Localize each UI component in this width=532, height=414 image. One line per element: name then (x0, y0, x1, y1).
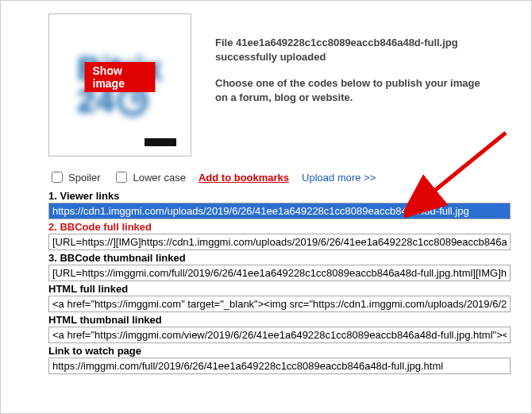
upload-instructions: Choose one of the codes below to publish… (215, 76, 485, 104)
viewer-links-label: 1. Viewer links (48, 190, 511, 202)
watch-page-label: Link to watch page (48, 345, 511, 357)
show-image-button[interactable]: Show image (85, 62, 156, 92)
html-thumb-input[interactable] (48, 327, 511, 343)
bbcode-full-label: 2. BBCode full linked (48, 221, 511, 233)
page-frame: Bitrix 24 Show image File 41ee1a649228c1… (0, 0, 532, 414)
spoiler-label: Spoiler (68, 172, 100, 184)
html-full-label: HTML full linked (48, 283, 511, 295)
bbcode-thumb-label: 3. BBCode thumbnail linked (48, 252, 511, 264)
viewer-links-input[interactable] (48, 203, 511, 219)
bbcode-full-input[interactable] (48, 234, 511, 250)
links-section: 1. Viewer links 2. BBCode full linked 3.… (48, 190, 511, 374)
lowercase-checkbox[interactable] (116, 172, 127, 183)
uploaded-filename: 41ee1a649228c1cc8089eaccb846a48d-full.jp… (236, 37, 458, 48)
html-full-input[interactable] (48, 296, 511, 312)
spoiler-checkbox[interactable] (52, 172, 63, 183)
upload-success-line: File 41ee1a649228c1cc8089eaccb846a48d-fu… (215, 36, 485, 64)
redacted-bar (145, 138, 176, 146)
upload-info: File 41ee1a649228c1cc8089eaccb846a48d-fu… (215, 36, 485, 117)
upload-more-link[interactable]: Upload more >> (302, 172, 376, 184)
watch-page-input[interactable] (48, 358, 511, 374)
html-thumb-label: HTML thumbnail linked (48, 314, 511, 326)
lowercase-label: Lower case (133, 172, 185, 184)
thumbnail-container: Bitrix 24 Show image (48, 14, 191, 157)
add-to-bookmarks-link[interactable]: Add to bookmarks (199, 172, 289, 184)
bbcode-thumb-input[interactable] (48, 265, 511, 281)
